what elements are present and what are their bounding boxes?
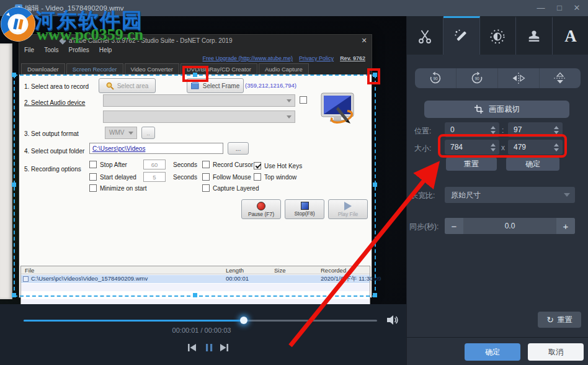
next-frame-button[interactable] [217, 342, 229, 353]
crop-height-spinner[interactable] [553, 143, 563, 151]
tab-video-converter[interactable]: Video Converter [125, 63, 179, 74]
size-label: 大小: [414, 143, 431, 154]
cancel-button[interactable]: 取消 [528, 343, 584, 361]
crop-apply-button[interactable]: 确定 [506, 157, 559, 171]
marquee-handle-bottom-center[interactable] [193, 293, 197, 297]
position-separator: : [502, 126, 504, 135]
sync-seconds-label: 同步(秒): [409, 222, 439, 232]
rotate-ccw-button[interactable]: 90 [415, 68, 457, 88]
menu-help[interactable]: Help [99, 47, 112, 53]
background-window-edge [0, 43, 12, 299]
size-separator: x [501, 143, 505, 152]
tab-downloader[interactable]: Downloader [21, 63, 65, 74]
minimize-button[interactable]: — [533, 1, 548, 15]
rotate-ccw-icon: 90 [428, 71, 443, 85]
marquee-handle-bottom-left[interactable] [12, 293, 16, 297]
maximize-button[interactable]: □ [552, 1, 567, 15]
sync-plus-button[interactable]: + [556, 218, 575, 234]
flip-vertical-icon [553, 72, 568, 84]
tab-effects[interactable] [443, 16, 480, 55]
edit-video-dialog: 编辑 - Video_1578490209.wmv — □ ✕ aTube Ca… [0, 0, 588, 365]
panel-reset-button[interactable]: ↻ 重置 [538, 312, 581, 328]
previous-frame-button[interactable] [186, 342, 198, 353]
ok-button[interactable]: 确定 [465, 343, 520, 361]
rotate-cw-button[interactable]: 90 [457, 68, 498, 88]
atube-links: Free Upgrade (http://www.atube.me) Priva… [203, 55, 365, 61]
sync-stepper: − 0.0 + [445, 218, 575, 234]
privacy-policy-link[interactable]: Privacy Policy [299, 55, 334, 61]
flip-vertical-button[interactable] [540, 68, 581, 88]
tab-watermark[interactable] [516, 16, 553, 55]
crop-x-spinner[interactable] [489, 126, 499, 134]
pc0359-logo [0, 6, 36, 42]
menu-tools[interactable]: Tools [44, 47, 58, 53]
crop-y-spinner[interactable] [553, 126, 563, 134]
tab-text[interactable]: A [553, 16, 588, 55]
crop-y-input[interactable]: 97 [508, 122, 563, 137]
watermark-site-url: www.pc0359.cn [37, 25, 143, 44]
atube-close-icon[interactable]: ✕ [359, 36, 369, 45]
rotate-cw-icon: 90 [470, 71, 484, 85]
seek-bar-thumb[interactable] [240, 317, 247, 324]
svg-text:90: 90 [433, 76, 438, 81]
seek-bar-progress [24, 320, 244, 322]
stamp-icon [527, 29, 541, 44]
text-tool-icon: A [564, 27, 577, 46]
crop-width-value: 784 [445, 143, 489, 151]
atube-menubar: File Tools Profiles Help [24, 47, 112, 53]
crop-x-input[interactable]: 0 [445, 122, 499, 137]
crop-reset-button[interactable]: 重置 [446, 157, 497, 171]
refresh-icon: ↻ [546, 315, 554, 325]
scissors-icon [417, 29, 433, 45]
crop-width-spinner[interactable] [489, 143, 499, 151]
magic-wand-icon [453, 29, 470, 45]
svg-text:90: 90 [474, 76, 479, 81]
sync-value: 0.0 [463, 218, 556, 234]
crop-section-button[interactable]: 画面裁切 [424, 101, 569, 118]
aspect-ratio-label: 长宽比: [411, 191, 435, 201]
crop-icon [474, 104, 484, 114]
crop-width-input[interactable]: 784 [445, 140, 499, 155]
crop-height-input[interactable]: 479 [508, 140, 563, 155]
sync-minus-button[interactable]: − [445, 218, 463, 234]
crop-height-value: 479 [508, 143, 553, 151]
close-button[interactable]: ✕ [569, 1, 584, 15]
volume-icon[interactable] [387, 315, 399, 325]
rotate-flip-group: 90 90 [415, 68, 581, 88]
tab-brightness[interactable] [480, 16, 517, 55]
marquee-handle-mid-right[interactable] [373, 182, 377, 187]
flip-horizontal-button[interactable] [498, 68, 540, 88]
edit-panel: A 90 90 画面裁切 位置: 0 : [406, 16, 588, 365]
chevron-down-icon [564, 193, 570, 197]
marquee-handle-bottom-right[interactable] [373, 293, 377, 297]
pause-playback-button[interactable] [203, 342, 215, 353]
edit-tool-tabs: A [407, 16, 588, 55]
marquee-handle-top-left[interactable] [12, 73, 16, 77]
tab-dvd-creator[interactable]: DVD/BluRay/CD Creator [180, 63, 257, 74]
aspect-ratio-value: 原始尺寸 [451, 191, 481, 199]
brightness-contrast-icon [489, 29, 506, 45]
aspect-ratio-dropdown[interactable]: 原始尺寸 [445, 187, 575, 203]
marquee-handle-top-center[interactable] [193, 73, 197, 77]
crop-x-value: 0 [445, 125, 489, 134]
footer-divider [407, 337, 588, 338]
tab-trim[interactable] [407, 16, 443, 55]
crop-y-value: 97 [508, 125, 553, 134]
tab-screen-recorder[interactable]: Screen Recorder [66, 63, 123, 74]
revision-label: Rev. 9762 [340, 55, 365, 61]
upgrade-link[interactable]: Free Upgrade (http://www.atube.me) [203, 55, 293, 61]
position-label: 位置: [414, 126, 431, 137]
flip-horizontal-icon [511, 72, 526, 84]
marquee-handle-top-right[interactable] [373, 73, 377, 77]
playback-time: 00:00:01 / 00:00:03 [143, 327, 261, 334]
video-preview-area: aTube Catcher 3.8.9762 - Studio Suite - … [0, 16, 406, 365]
marquee-handle-mid-left[interactable] [12, 182, 16, 187]
crop-selection-marquee[interactable] [14, 74, 376, 297]
player-bar: 00:00:01 / 00:00:03 [0, 304, 406, 365]
atube-tabs: Downloader Screen Recorder Video Convert… [21, 63, 309, 74]
tab-audio-capture[interactable]: Audio Capture [259, 63, 309, 74]
menu-profiles[interactable]: Profiles [68, 47, 89, 53]
menu-file[interactable]: File [24, 47, 34, 53]
